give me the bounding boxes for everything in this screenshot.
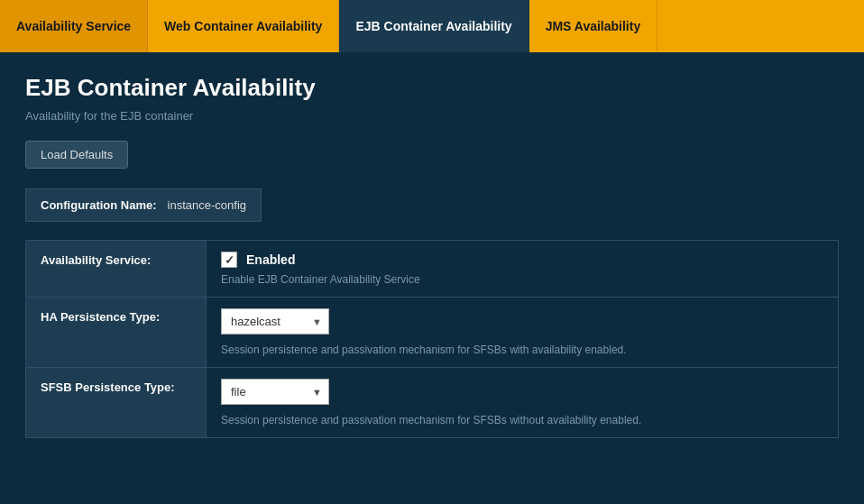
page-subtitle: Availability for the EJB container <box>25 109 839 123</box>
tab-web-container-availability[interactable]: Web Container Availability <box>148 0 339 52</box>
config-name-label: Configuration Name: <box>41 198 157 212</box>
ha-persistence-label: HA Persistence Type: <box>26 298 207 368</box>
load-defaults-button[interactable]: Load Defaults <box>25 141 128 169</box>
config-name-value: instance-config <box>168 198 246 212</box>
sfsb-persistence-type-select[interactable]: file memory hazelcast replicated <box>221 379 329 405</box>
tab-bar: Availability Service Web Container Avail… <box>0 0 864 52</box>
availability-service-description: Enable EJB Container Availability Servic… <box>221 273 823 286</box>
page-title: EJB Container Availability <box>25 74 839 102</box>
table-row: HA Persistence Type: hazelcast memory fi… <box>26 298 839 368</box>
sfsb-persistence-description: Session persistence and passivation mech… <box>221 414 823 426</box>
table-row: SFSB Persistence Type: file memory hazel… <box>26 368 839 438</box>
enabled-label: Enabled <box>246 252 295 267</box>
ha-persistence-select-wrapper: hazelcast memory file replicated ▼ <box>221 308 329 334</box>
availability-service-label: Availability Service: <box>26 241 207 298</box>
availability-service-cell: Enabled Enable EJB Container Availabilit… <box>207 241 839 298</box>
config-name-bar: Configuration Name: instance-config <box>25 188 262 222</box>
settings-table: Availability Service: Enabled Enable EJB… <box>25 240 839 438</box>
ha-persistence-description: Session persistence and passivation mech… <box>221 344 823 356</box>
availability-service-checkbox[interactable] <box>221 252 237 268</box>
sfsb-persistence-label: SFSB Persistence Type: <box>26 368 207 438</box>
checkbox-row: Enabled <box>221 252 823 268</box>
tab-jms-availability[interactable]: JMS Availability <box>529 0 658 52</box>
sfsb-persistence-select-wrapper: file memory hazelcast replicated ▼ <box>221 379 329 405</box>
tab-ejb-container-availability[interactable]: EJB Container Availability <box>339 0 529 52</box>
ha-persistence-type-select[interactable]: hazelcast memory file replicated <box>221 308 329 334</box>
sfsb-persistence-cell: file memory hazelcast replicated ▼ Sessi… <box>207 368 839 438</box>
ha-persistence-cell: hazelcast memory file replicated ▼ Sessi… <box>207 298 839 368</box>
main-content: EJB Container Availability Availability … <box>0 52 864 460</box>
table-row: Availability Service: Enabled Enable EJB… <box>26 241 839 298</box>
tab-availability-service[interactable]: Availability Service <box>0 0 148 52</box>
